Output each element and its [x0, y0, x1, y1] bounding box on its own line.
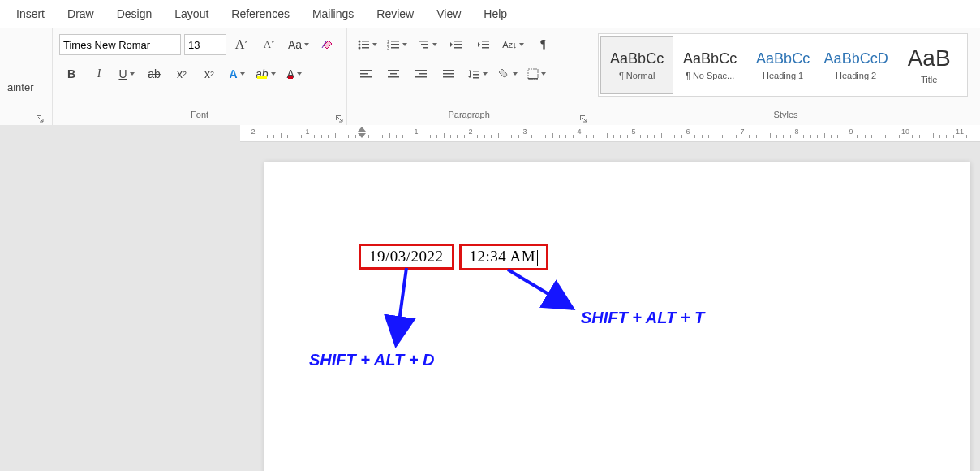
style-gallery[interactable]: AaBbCc¶ NormalAaBbCc¶ No Spac...AaBbCcHe…: [598, 33, 968, 97]
ribbon: ainter A˄ A˅ Aa A: [0, 28, 980, 127]
horizontal-ruler[interactable]: 211234567891011: [240, 125, 980, 142]
document-content[interactable]: 19/03/202212:34 AM: [359, 244, 938, 270]
svg-rect-39: [528, 78, 538, 80]
indent-marker[interactable]: [358, 127, 366, 132]
svg-rect-6: [362, 47, 369, 49]
tab-design[interactable]: Design: [105, 0, 164, 28]
hanging-indent-marker[interactable]: [358, 133, 366, 138]
grow-font-button[interactable]: A˄: [230, 33, 254, 56]
svg-rect-36: [473, 74, 479, 76]
justify-button[interactable]: [436, 63, 461, 85]
font-color-button[interactable]: A: [282, 63, 307, 85]
numbering-button[interactable]: 123: [384, 33, 410, 56]
shrink-font-button[interactable]: A˅: [257, 33, 282, 56]
svg-rect-12: [391, 47, 399, 49]
svg-line-41: [508, 270, 573, 309]
tab-view[interactable]: View: [425, 0, 472, 28]
clear-formatting-button[interactable]: A: [316, 33, 340, 56]
group-paragraph: 123 AZ↓ ¶: [347, 28, 591, 126]
svg-rect-33: [443, 76, 454, 78]
bold-button[interactable]: B: [59, 63, 84, 85]
font-dialog-launcher[interactable]: [333, 113, 345, 124]
svg-point-1: [359, 41, 361, 43]
svg-rect-30: [415, 76, 427, 78]
svg-rect-22: [360, 70, 372, 71]
svg-rect-35: [473, 71, 479, 72]
decrease-indent-button[interactable]: [444, 33, 468, 56]
document-page[interactable]: 19/03/202212:34 AM SHIFT + ALT + D SHIFT…: [264, 162, 970, 471]
svg-rect-23: [360, 73, 368, 75]
align-right-button[interactable]: [409, 63, 433, 85]
multilevel-list-button[interactable]: [414, 33, 441, 56]
svg-rect-4: [362, 44, 369, 45]
svg-rect-28: [415, 70, 427, 71]
tab-references[interactable]: References: [220, 0, 301, 28]
font-name-combo[interactable]: [59, 34, 181, 55]
svg-rect-2: [362, 41, 369, 42]
tab-draw[interactable]: Draw: [56, 0, 105, 28]
time-field-box: 12:34 AM: [459, 244, 549, 270]
style-heading-2[interactable]: AaBbCcDHeading 2: [819, 36, 892, 94]
clipboard-dialog-launcher[interactable]: [34, 113, 45, 124]
style-heading-1[interactable]: AaBbCcHeading 1: [746, 36, 819, 94]
format-painter-button[interactable]: ainter: [5, 76, 37, 98]
svg-rect-18: [454, 47, 462, 49]
tab-review[interactable]: Review: [365, 0, 425, 28]
svg-rect-26: [390, 73, 397, 75]
date-shortcut-label: SHIFT + ALT + D: [309, 351, 434, 369]
style--normal[interactable]: AaBbCc¶ Normal: [600, 36, 673, 94]
change-case-button[interactable]: Aa: [285, 33, 312, 56]
svg-rect-25: [388, 70, 399, 71]
svg-rect-13: [419, 41, 428, 42]
style-title[interactable]: AaBTitle: [892, 36, 965, 94]
paragraph-dialog-launcher[interactable]: [578, 113, 589, 124]
shading-button[interactable]: [494, 63, 521, 85]
svg-rect-19: [482, 41, 489, 42]
highlight-button[interactable]: ab: [252, 63, 279, 85]
tab-insert[interactable]: Insert: [5, 0, 56, 28]
increase-indent-button[interactable]: [471, 33, 496, 56]
line-spacing-button[interactable]: [464, 63, 491, 85]
word-window: InsertDrawDesignLayoutReferencesMailings…: [0, 0, 980, 471]
strikethrough-button[interactable]: ab: [142, 63, 166, 85]
group-title-styles: Styles: [591, 110, 980, 126]
svg-rect-15: [423, 47, 428, 49]
tab-help[interactable]: Help: [472, 0, 518, 28]
tab-layout[interactable]: Layout: [163, 0, 220, 28]
svg-rect-21: [482, 47, 489, 49]
align-center-button[interactable]: [381, 63, 406, 85]
group-title-paragraph: Paragraph: [347, 110, 591, 126]
tab-mailings[interactable]: Mailings: [301, 0, 365, 28]
svg-rect-20: [482, 44, 489, 45]
svg-text:3: 3: [387, 45, 389, 50]
subscript-button[interactable]: x2: [170, 63, 194, 85]
bullets-button[interactable]: [354, 33, 380, 56]
font-size-combo[interactable]: [184, 34, 226, 55]
time-shortcut-label: SHIFT + ALT + T: [581, 309, 704, 327]
align-left-button[interactable]: [354, 63, 378, 85]
svg-point-3: [359, 44, 361, 46]
text-effects-button[interactable]: A: [225, 63, 249, 85]
svg-rect-14: [421, 44, 428, 45]
group-styles: AaBbCc¶ NormalAaBbCc¶ No Spac...AaBbCcHe…: [591, 28, 980, 126]
style--no-spac-[interactable]: AaBbCc¶ No Spac...: [673, 36, 746, 94]
svg-rect-37: [473, 77, 479, 79]
superscript-button[interactable]: x2: [197, 63, 221, 85]
svg-rect-8: [391, 41, 399, 42]
svg-rect-29: [419, 73, 427, 75]
date-field-box: 19/03/2022: [359, 244, 454, 270]
sort-button[interactable]: AZ↓: [499, 33, 527, 56]
borders-button[interactable]: [524, 63, 549, 85]
svg-rect-31: [443, 70, 454, 71]
svg-rect-24: [360, 76, 372, 78]
svg-rect-27: [388, 76, 399, 78]
svg-rect-32: [443, 73, 454, 75]
svg-rect-16: [454, 41, 462, 42]
svg-line-40: [396, 268, 406, 345]
italic-button[interactable]: I: [87, 63, 111, 85]
show-marks-button[interactable]: ¶: [531, 33, 555, 56]
text-cursor: [537, 250, 538, 266]
underline-button[interactable]: U: [114, 63, 139, 85]
svg-rect-38: [528, 69, 538, 79]
workspace: 211234567891011 19/03/202212:34 AM SHIFT…: [0, 125, 980, 471]
